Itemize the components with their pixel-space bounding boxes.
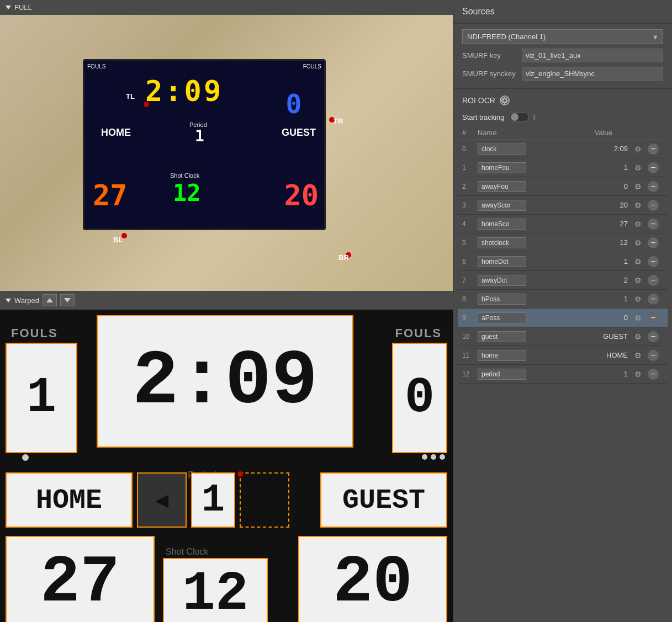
smurf-synckey-label: SMURF synckey	[462, 70, 517, 78]
row-gear-btn[interactable]: ⚙	[632, 143, 643, 155]
row-name-badge[interactable]: hPoss	[478, 294, 526, 305]
smurf-synckey-input[interactable]	[522, 67, 663, 81]
row-minus-btn[interactable]: −	[648, 369, 659, 380]
row-minus-btn[interactable]: −	[648, 200, 659, 211]
row-num: 7	[462, 277, 478, 284]
ocr-box-clock[interactable]: 2:09	[97, 315, 353, 448]
warped-up-btn[interactable]	[43, 294, 57, 306]
row-minus-btn[interactable]: −	[648, 181, 659, 192]
table-row[interactable]: 5 shotclock 12 ⚙ −	[458, 233, 668, 252]
sources-body: NDI-FREED (Channel 1) ▼ SMURF key SMURF …	[453, 24, 672, 86]
sb-guest-label: GUEST	[282, 127, 316, 139]
table-row[interactable]: 8 hPoss 1 ⚙ −	[458, 290, 668, 309]
table-row[interactable]: 3 awayScor 20 ⚙ −	[458, 196, 668, 215]
row-minus-btn[interactable]: −	[648, 143, 659, 155]
row-name-badge[interactable]: guest	[478, 331, 526, 342]
table-row[interactable]: 12 period 1 ⚙ −	[458, 365, 668, 384]
ocr-box-home-foul[interactable]: 1	[6, 343, 77, 453]
row-name-badge[interactable]: home	[478, 350, 526, 361]
row-minus-btn[interactable]: −	[648, 256, 659, 267]
row-gear-btn[interactable]: ⚙	[632, 219, 643, 230]
ocr-box-period-num[interactable]: 1	[191, 472, 235, 528]
ocr-box-play[interactable]: ◀	[137, 472, 187, 528]
corner-dot-tl[interactable]	[144, 102, 149, 107]
ocr-box-home-score[interactable]: 27	[6, 536, 155, 622]
row-gear-btn[interactable]: ⚙	[632, 162, 643, 173]
row-minus-btn[interactable]: −	[648, 275, 659, 286]
row-minus-btn[interactable]: −	[648, 312, 659, 323]
row-minus-btn[interactable]: −	[648, 162, 659, 173]
row-value: GUEST	[527, 332, 632, 341]
ocr-box-away-foul[interactable]: 0	[392, 343, 447, 453]
row-name-badge[interactable]: homeDot	[478, 256, 526, 267]
table-rows-container: 0 clock 2:09 ⚙ − 1 homeFou 1 ⚙ − 2 awayF…	[458, 140, 668, 384]
roi-ocr-header: ROI OCR	[453, 91, 672, 110]
collapse-icon[interactable]	[6, 6, 11, 9]
table-row[interactable]: 11 home HOME ⚙ −	[458, 346, 668, 365]
sb-away-score: 20	[284, 179, 319, 212]
row-name-badge[interactable]: awayDot	[478, 275, 526, 286]
row-minus-btn[interactable]: −	[648, 331, 659, 342]
table-row[interactable]: 10 guest GUEST ⚙ −	[458, 327, 668, 346]
warped-down-btn[interactable]	[60, 294, 75, 306]
possession-red-dot	[237, 471, 243, 477]
ocr-box-shot-clock[interactable]: 12	[163, 558, 268, 622]
table-row[interactable]: 7 awayDot 2 ⚙ −	[458, 271, 668, 290]
row-name-badge[interactable]: awayFou	[478, 181, 526, 192]
ocr-box-guest[interactable]: GUEST	[320, 472, 447, 528]
tracking-toggle[interactable]	[509, 112, 529, 122]
roi-ocr-gear-icon[interactable]	[500, 95, 510, 105]
row-minus-btn[interactable]: −	[648, 350, 659, 361]
col-name: Name	[478, 129, 527, 137]
row-value: 0	[527, 313, 632, 322]
smurf-key-input[interactable]	[522, 49, 663, 62]
row-name-badge[interactable]: period	[478, 369, 526, 380]
row-name-badge[interactable]: shotclock	[478, 237, 526, 248]
start-tracking-label: Start tracking	[462, 113, 505, 121]
source-select-wrapper[interactable]: NDI-FREED (Channel 1) ▼	[462, 29, 663, 44]
row-gear-btn[interactable]: ⚙	[632, 181, 643, 192]
table-row[interactable]: 4 homeSco 27 ⚙ −	[458, 215, 668, 233]
tracking-status-label: I	[533, 113, 536, 121]
source-dropdown[interactable]: NDI-FREED (Channel 1)	[462, 29, 663, 44]
row-gear-btn[interactable]: ⚙	[632, 331, 643, 342]
row-num: 2	[462, 183, 478, 190]
warped-shot-clock-label: Shot Clock	[166, 547, 208, 557]
row-gear-btn[interactable]: ⚙	[632, 237, 643, 248]
col-value: Value	[527, 129, 632, 137]
row-gear-btn[interactable]: ⚙	[632, 294, 643, 305]
row-name-badge[interactable]: homeSco	[478, 219, 526, 230]
row-name-badge[interactable]: clock	[478, 143, 526, 155]
table-row[interactable]: 2 awayFou 0 ⚙ −	[458, 177, 668, 196]
ocr-shot-clock-text: 12	[164, 559, 267, 622]
row-gear-btn[interactable]: ⚙	[632, 350, 643, 361]
row-minus-btn[interactable]: −	[648, 294, 659, 305]
row-gear-btn[interactable]: ⚙	[632, 256, 643, 267]
row-gear-btn[interactable]: ⚙	[632, 275, 643, 286]
table-row[interactable]: 0 clock 2:09 ⚙ −	[458, 140, 668, 158]
row-minus-btn[interactable]: −	[648, 219, 659, 230]
row-num: 5	[462, 239, 478, 247]
warped-fouls-right: FOULS	[395, 326, 442, 341]
ocr-box-possession-empty[interactable]	[240, 472, 289, 528]
row-gear-btn[interactable]: ⚙	[632, 312, 643, 323]
video-container: FOULS FOULS 2:09 0 HOME GUEST Period 1 2…	[0, 15, 453, 291]
ocr-play-text: ◀	[138, 474, 186, 527]
row-minus-btn[interactable]: −	[648, 237, 659, 248]
table-row[interactable]: 6 homeDot 1 ⚙ −	[458, 252, 668, 271]
ocr-box-home[interactable]: HOME	[6, 472, 133, 528]
row-gear-btn[interactable]: ⚙	[632, 369, 643, 380]
ocr-box-away-score[interactable]: 20	[298, 536, 447, 622]
warped-collapse-icon[interactable]	[6, 299, 11, 302]
row-name-badge[interactable]: awayScor	[478, 200, 526, 211]
corner-label-bl: BL	[113, 236, 123, 244]
table-row[interactable]: 1 homeFou 1 ⚙ −	[458, 158, 668, 177]
row-gear-btn[interactable]: ⚙	[632, 200, 643, 211]
row-num: 8	[462, 295, 478, 303]
table-row[interactable]: 9 aPoss 0 ⚙ −	[458, 309, 668, 327]
full-section-header: FULL	[0, 0, 453, 15]
row-name-badge[interactable]: homeFou	[478, 162, 526, 173]
ocr-period-num-text: 1	[192, 474, 234, 527]
row-name-badge[interactable]: aPoss	[478, 312, 526, 323]
toggle-knob	[511, 113, 518, 121]
